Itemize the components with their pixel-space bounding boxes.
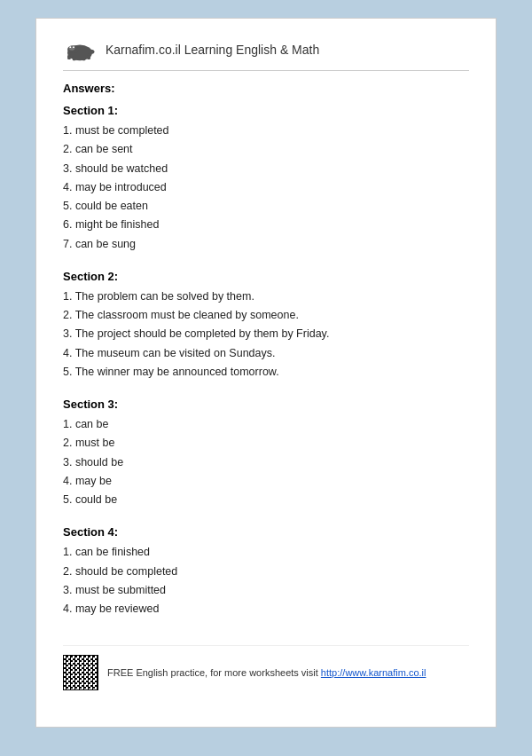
section-4-item-1: 1. can be finished bbox=[63, 543, 469, 562]
section-3-item-1: 1. can be bbox=[63, 415, 469, 434]
svg-point-4 bbox=[73, 46, 74, 48]
svg-rect-5 bbox=[67, 55, 71, 59]
section-2-item-4: 4. The museum can be visited on Sundays. bbox=[63, 344, 469, 363]
footer-link[interactable]: http://www.karnafim.co.il bbox=[321, 667, 426, 678]
footer: FREE English practice, for more workshee… bbox=[63, 645, 469, 690]
section-1-item-1: 1. must be completed bbox=[63, 122, 469, 140]
section-4-item-2: 2. should be completed bbox=[63, 563, 469, 581]
section-3-title: Section 3: bbox=[63, 398, 469, 411]
section-3-item-2: 2. must be bbox=[63, 434, 469, 453]
section-3-item-3: 3. should be bbox=[63, 453, 469, 472]
answers-label: Answers: bbox=[63, 82, 469, 95]
section-1-item-7: 7. can be sung bbox=[63, 235, 469, 254]
hippo-icon bbox=[63, 36, 97, 63]
svg-point-9 bbox=[88, 50, 95, 54]
footer-text: FREE English practice, for more workshee… bbox=[107, 667, 426, 678]
section-2-item-5: 5. The winner may be announced tomorrow. bbox=[63, 363, 469, 382]
page: Karnafim.co.il Learning English & Math A… bbox=[35, 18, 497, 728]
svg-point-3 bbox=[69, 46, 71, 48]
section-4-title: Section 4: bbox=[63, 525, 469, 539]
section-1-item-4: 4. may be introduced bbox=[63, 178, 469, 197]
section-2-item-2: 2. The classroom must be cleaned by some… bbox=[63, 306, 469, 325]
section-3-item-5: 5. could be bbox=[63, 491, 469, 509]
section-1-item-3: 3. should be watched bbox=[63, 160, 469, 178]
header-title: Karnafim.co.il Learning English & Math bbox=[106, 43, 319, 57]
section-2: Section 2:1. The problem can be solved b… bbox=[63, 270, 469, 382]
section-4-item-4: 4. may be reviewed bbox=[63, 600, 469, 618]
svg-rect-8 bbox=[87, 55, 90, 59]
section-2-item-3: 3. The project should be completed by th… bbox=[63, 325, 469, 343]
section-4-item-3: 3. must be submitted bbox=[63, 581, 469, 600]
qr-code bbox=[63, 655, 98, 690]
section-3: Section 3:1. can be2. must be3. should b… bbox=[63, 398, 469, 509]
section-3-item-4: 4. may be bbox=[63, 472, 469, 491]
section-2-item-1: 1. The problem can be solved by them. bbox=[63, 287, 469, 306]
svg-rect-7 bbox=[82, 56, 86, 60]
section-1-item-2: 2. can be sent bbox=[63, 140, 469, 159]
section-1-title: Section 1: bbox=[63, 104, 469, 117]
footer-static-text: FREE English practice, for more workshee… bbox=[107, 667, 321, 678]
sections-container: Section 1:1. must be completed2. can be … bbox=[63, 104, 469, 618]
svg-rect-6 bbox=[73, 56, 76, 60]
section-2-title: Section 2: bbox=[63, 270, 469, 283]
section-1-item-5: 5. could be eaten bbox=[63, 197, 469, 216]
section-1-item-6: 6. might be finished bbox=[63, 216, 469, 234]
section-1: Section 1:1. must be completed2. can be … bbox=[63, 104, 469, 254]
header: Karnafim.co.il Learning English & Math bbox=[63, 36, 469, 71]
section-4: Section 4:1. can be finished2. should be… bbox=[63, 525, 469, 618]
